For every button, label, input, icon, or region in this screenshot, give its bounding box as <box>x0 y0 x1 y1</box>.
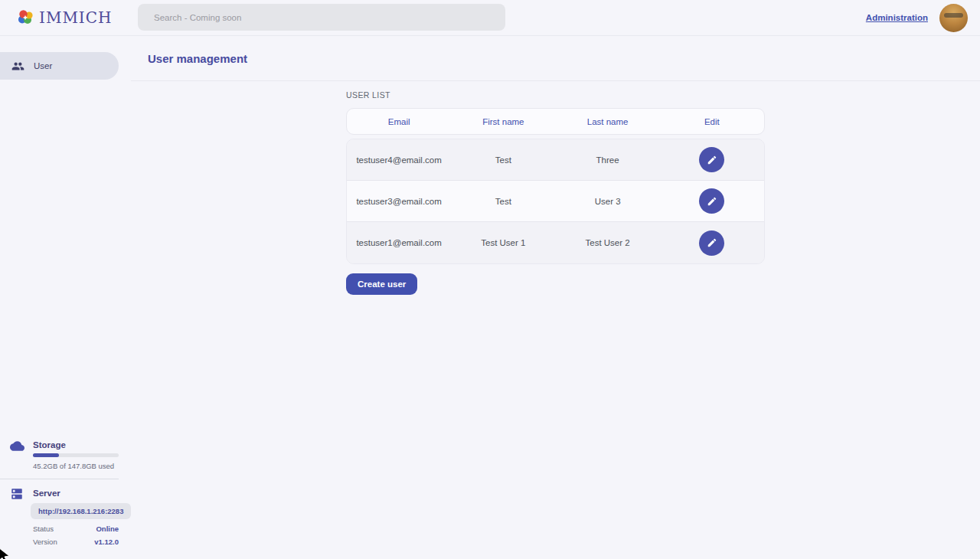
page-body: User Storage 45.2GB of 147.8GB used Serv… <box>0 36 980 559</box>
storage-progress-fill <box>33 453 59 457</box>
server-url: http://192.168.1.216:2283 <box>38 507 123 515</box>
cloud-icon <box>10 439 24 453</box>
server-status-row: Status Online <box>33 525 119 533</box>
cell-first-name: Test User 1 <box>451 238 555 247</box>
edit-user-button[interactable] <box>699 230 724 256</box>
server-icon <box>10 487 24 501</box>
page-title: User management <box>148 52 247 65</box>
version-value: v1.12.0 <box>94 538 119 546</box>
status-label: Status <box>33 525 54 533</box>
sidebar-item-users[interactable]: User <box>0 52 119 80</box>
storage-title: Storage <box>33 440 66 449</box>
table-row: testuser3@email.com Test User 3 <box>347 181 764 222</box>
immich-logo[interactable]: IMMICH <box>16 8 113 27</box>
user-list-section: USER LIST Email First name Last name Edi… <box>131 81 980 295</box>
cell-email: testuser1@email.com <box>347 238 451 247</box>
version-label: Version <box>33 538 57 546</box>
table-row: testuser1@email.com Test User 1 Test Use… <box>347 222 764 263</box>
section-label: USER LIST <box>346 90 980 100</box>
cell-first-name: Test <box>451 197 555 206</box>
cell-email: testuser3@email.com <box>347 197 451 206</box>
table-header-row: Email First name Last name Edit <box>346 108 765 135</box>
column-header-last-name: Last name <box>556 117 660 126</box>
page-title-bar: User management <box>131 36 980 81</box>
cell-email: testuser4@email.com <box>347 155 451 165</box>
nav-right: Administration <box>866 4 980 32</box>
top-navbar: IMMICH Administration <box>0 0 980 36</box>
user-avatar[interactable] <box>939 4 968 32</box>
pencil-icon <box>707 155 717 165</box>
column-header-email: Email <box>347 117 451 126</box>
server-version-row: Version v1.12.0 <box>33 538 119 546</box>
status-value: Online <box>96 525 119 533</box>
server-url-chip: http://192.168.1.216:2283 <box>31 503 131 519</box>
sidebar-footer: Storage 45.2GB of 147.8GB used Server ht… <box>0 433 131 559</box>
table-row: testuser4@email.com Test Three <box>347 139 764 181</box>
users-icon <box>11 60 24 73</box>
immich-flower-icon <box>16 8 34 27</box>
logo-text: IMMICH <box>39 8 113 27</box>
sidebar: User Storage 45.2GB of 147.8GB used Serv… <box>0 36 131 559</box>
storage-usage-text: 45.2GB of 147.8GB used <box>33 462 114 470</box>
sidebar-item-label: User <box>34 61 52 70</box>
cell-last-name: User 3 <box>556 197 660 206</box>
search-bar <box>138 4 505 31</box>
administration-link[interactable]: Administration <box>866 13 928 22</box>
pencil-icon <box>707 196 717 207</box>
main-content: User management USER LIST Email First na… <box>131 36 980 559</box>
app-root: IMMICH Administration User Storage <box>0 0 980 559</box>
cell-last-name: Test User 2 <box>556 238 660 247</box>
column-header-edit: Edit <box>660 117 764 126</box>
search-input[interactable] <box>138 4 505 31</box>
column-header-first-name: First name <box>451 117 555 126</box>
edit-user-button[interactable] <box>699 188 724 214</box>
storage-progress-bar <box>33 453 119 457</box>
create-user-button[interactable]: Create user <box>346 273 417 295</box>
cell-last-name: Three <box>556 155 660 165</box>
user-table: testuser4@email.com Test Three t <box>346 139 765 264</box>
edit-user-button[interactable] <box>699 147 724 172</box>
pencil-icon <box>707 237 717 248</box>
server-title: Server <box>33 489 60 498</box>
sidebar-divider <box>0 479 119 479</box>
cell-first-name: Test <box>451 155 555 165</box>
